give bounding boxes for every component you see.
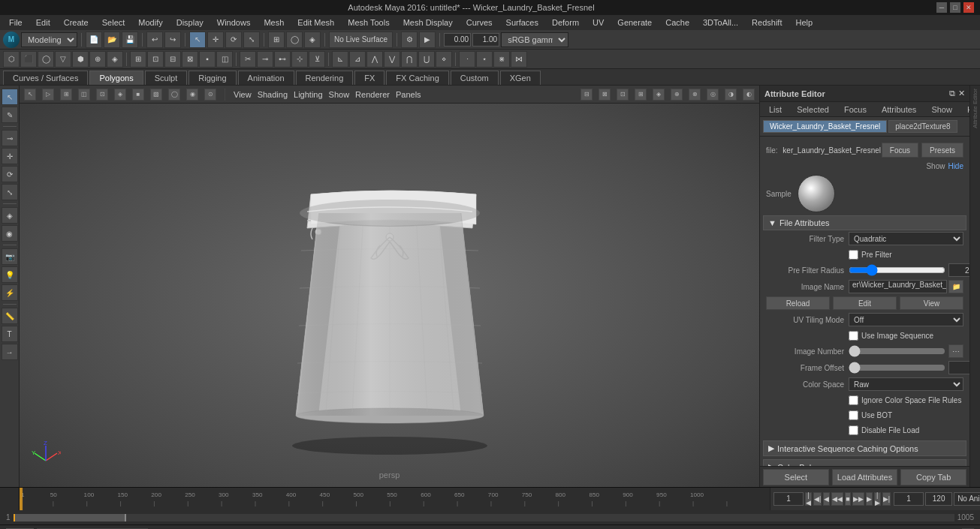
tab-rendering[interactable]: Rendering (296, 71, 354, 85)
timeline-ruler[interactable]: 1 50 100 150 200 250 300 350 400 450 (20, 488, 770, 510)
subdivide-btn[interactable]: ◫ (216, 51, 233, 68)
triangulate-btn[interactable]: ⋃ (418, 51, 435, 68)
boolean-btn[interactable]: ⋁ (384, 51, 400, 68)
bevel-btn[interactable]: ⊡ (147, 51, 164, 68)
play-forward-btn[interactable]: ▶▶ (852, 492, 864, 506)
menu-generate[interactable]: Generate (611, 15, 658, 30)
skip-to-end-btn[interactable]: ▶| (882, 492, 891, 506)
sym-btn[interactable]: ⋈ (511, 51, 527, 68)
menu-redshift[interactable]: Redshift (746, 15, 788, 30)
menu-surfaces[interactable]: Surfaces (500, 15, 544, 30)
pre-filter-radius-input[interactable] (948, 263, 969, 277)
load-attributes-btn[interactable]: Load Attributes (832, 469, 898, 485)
rotate-tool-btn[interactable]: ⟳ (225, 32, 242, 48)
frame-offset-slider[interactable] (849, 364, 945, 371)
tab-curves-surfaces[interactable]: Curves / Surfaces (3, 71, 88, 85)
text-btn[interactable]: T (2, 326, 18, 342)
arrow-btn[interactable]: → (2, 344, 18, 360)
vp-icon-right2[interactable]: ⊠ (599, 89, 611, 101)
menu-cache[interactable]: Cache (659, 15, 695, 30)
maximize-button[interactable]: □ (950, 2, 960, 13)
select-mode-btn[interactable]: ↖ (2, 89, 18, 105)
hide-label[interactable]: Hide (948, 162, 963, 170)
conform-btn[interactable]: ⋂ (401, 51, 418, 68)
tab-sculpt[interactable]: Sculpt (145, 71, 188, 85)
snap-curve-btn[interactable]: ◯ (286, 32, 303, 48)
lasso-btn[interactable]: ⊸ (2, 130, 18, 146)
viewport-canvas[interactable]: X Y Z persp (20, 104, 759, 487)
vp-menu-show[interactable]: Show (329, 90, 350, 99)
vp-icon-right7[interactable]: ⊗ (689, 89, 701, 101)
vp-menu-lighting[interactable]: Lighting (294, 90, 323, 99)
color-space-dropdown[interactable]: sRGB gamma (501, 32, 568, 47)
vp-icon-1[interactable]: ↖ (24, 89, 36, 101)
insert-edge-btn[interactable]: ⊸ (257, 51, 273, 68)
skip-to-start-btn[interactable]: |◀ (805, 492, 812, 506)
poly-tool-2[interactable]: ⬛ (20, 51, 37, 68)
minimize-button[interactable]: ─ (936, 2, 947, 13)
vp-icon-2[interactable]: ▷ (42, 89, 54, 101)
bridge-btn[interactable]: ⊟ (164, 51, 181, 68)
vp-icon-9[interactable]: ◯ (168, 89, 180, 101)
quadrangulate-btn[interactable]: ⋄ (436, 51, 452, 68)
menu-select[interactable]: Select (96, 15, 131, 30)
move-left-btn[interactable]: ✛ (2, 148, 18, 164)
mode-dropdown[interactable]: Modeling (21, 32, 77, 47)
prev-frame-btn[interactable]: ◀ (823, 492, 830, 506)
attr-tab-show[interactable]: Show (925, 104, 958, 116)
current-frame-input[interactable]: 1 (773, 492, 804, 506)
menu-display[interactable]: Display (170, 15, 210, 30)
select-footer-btn[interactable]: Select (763, 469, 829, 485)
combine-btn[interactable]: ⊿ (349, 51, 366, 68)
close-button[interactable]: ✕ (963, 2, 974, 13)
vp-icon-right8[interactable]: ◎ (707, 89, 719, 101)
prev-keyframe-btn[interactable]: ◀| (813, 492, 822, 506)
uv-tiling-dropdown[interactable]: Off (849, 313, 963, 326)
play-backward-btn[interactable]: ◀◀ (831, 492, 843, 506)
coord-scale-input[interactable]: 1.00 (472, 33, 499, 47)
merge-btn[interactable]: ⊠ (182, 51, 198, 68)
move-tool-btn[interactable]: ✛ (207, 32, 224, 48)
dynamic-btn[interactable]: ⚡ (2, 284, 18, 301)
sculpt-btn[interactable]: ⋅ (459, 51, 475, 68)
tab-custom[interactable]: Custom (451, 71, 499, 85)
presets-btn[interactable]: Presets (921, 143, 963, 158)
measure-btn[interactable]: 📏 (2, 308, 18, 324)
redo-btn[interactable]: ↪ (164, 32, 181, 48)
menu-mesh-tools[interactable]: Mesh Tools (342, 15, 395, 30)
offset-edge-btn[interactable]: ⊷ (274, 51, 291, 68)
color-space-attr-dropdown[interactable]: Raw (849, 377, 963, 391)
frame-range-bar[interactable] (14, 514, 954, 521)
vp-icon-11[interactable]: ⊙ (204, 89, 216, 101)
menu-3dtoall[interactable]: 3DToAll... (697, 15, 744, 30)
vp-icon-8[interactable]: ▧ (150, 89, 162, 101)
slide-edge-btn[interactable]: ⊹ (291, 51, 308, 68)
separate-btn[interactable]: ⋀ (366, 51, 383, 68)
range-start-input[interactable] (894, 492, 924, 506)
view-btn[interactable]: View (900, 296, 963, 310)
select-tool-btn[interactable]: ↖ (189, 32, 206, 48)
vp-icon-right3[interactable]: ⊡ (617, 89, 629, 101)
attr-float-btn[interactable]: ⧉ (949, 89, 955, 98)
connect-btn[interactable]: ⊻ (309, 51, 325, 68)
render-btn[interactable]: ▶ (419, 32, 436, 48)
filter-type-dropdown[interactable]: Quadratic (849, 232, 963, 245)
snap-grid-btn[interactable]: ⊞ (268, 32, 285, 48)
poly-tool-7[interactable]: ◈ (107, 51, 123, 68)
attr-close-btn[interactable]: ✕ (958, 89, 965, 98)
attr-tab-selected[interactable]: Selected (791, 104, 835, 116)
vp-icon-right9[interactable]: ◑ (725, 89, 737, 101)
file-attributes-header[interactable]: ▼ File Attributes (763, 215, 966, 230)
menu-windows[interactable]: Windows (211, 15, 257, 30)
menu-deform[interactable]: Deform (546, 15, 585, 30)
menu-curves[interactable]: Curves (460, 15, 499, 30)
mirror-btn[interactable]: ⊾ (332, 51, 348, 68)
open-btn[interactable]: 📂 (104, 32, 120, 48)
new-scene-btn[interactable]: 📄 (86, 32, 102, 48)
menu-help[interactable]: Help (789, 15, 819, 30)
tab-fx-caching[interactable]: FX Caching (386, 71, 448, 85)
menu-mesh[interactable]: Mesh (258, 15, 290, 30)
vp-icon-right10[interactable]: ◐ (743, 89, 755, 101)
poly-tool-5[interactable]: ⬢ (72, 51, 89, 68)
vp-icon-10[interactable]: ◉ (186, 89, 198, 101)
